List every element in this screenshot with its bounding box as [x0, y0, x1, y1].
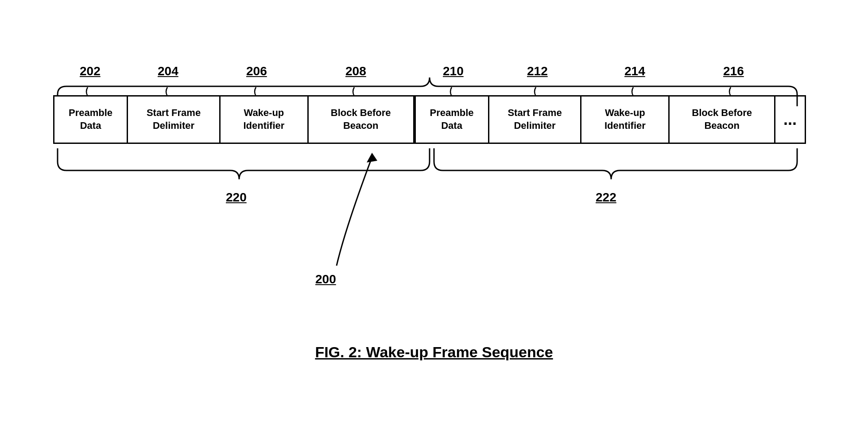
ref-216: 216: [723, 64, 744, 78]
label-220: 220: [226, 190, 247, 205]
diagram-container: 202 204 206 208 210 212 214 216 Preamble…: [35, 60, 833, 370]
ref-208: 208: [345, 64, 366, 78]
ref-202: 202: [80, 64, 101, 78]
frame-block1: Block BeforeBeacon: [309, 95, 415, 144]
frames-row: PreambleData Start FrameDelimiter Wake-u…: [53, 95, 806, 144]
ref-210: 210: [443, 64, 464, 78]
continuation-dots: ...: [775, 95, 806, 144]
frame-sfd1: Start FrameDelimiter: [128, 95, 221, 144]
label-200: 200: [315, 272, 336, 286]
frame-preamble1: PreambleData: [53, 95, 128, 144]
ref-206: 206: [246, 64, 267, 78]
svg-marker-0: [367, 153, 377, 162]
figure-caption: FIG. 2: Wake-up Frame Sequence: [35, 344, 833, 361]
label-222: 222: [596, 190, 616, 205]
frame-preamble2: PreambleData: [415, 95, 489, 144]
ref-214: 214: [624, 64, 645, 78]
frame-block2: Block BeforeBeacon: [670, 95, 775, 144]
frame-sfd2: Start FrameDelimiter: [489, 95, 582, 144]
ref-212: 212: [527, 64, 548, 78]
frame-wakeup1: Wake-upIdentifier: [221, 95, 309, 144]
frame-wakeup2: Wake-upIdentifier: [581, 95, 670, 144]
ref-204: 204: [158, 64, 178, 78]
